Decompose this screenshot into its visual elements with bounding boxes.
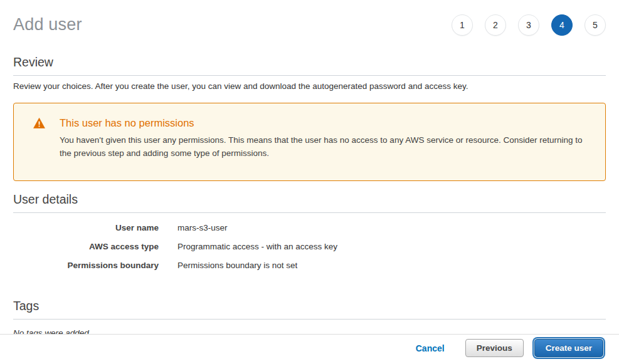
warning-body: You haven't given this user any permissi… bbox=[60, 133, 586, 160]
table-row: User name mars-s3-user bbox=[13, 218, 606, 237]
user-details-rows: User name mars-s3-user AWS access type P… bbox=[13, 218, 606, 274]
review-description: Review your choices. After you create th… bbox=[13, 81, 606, 91]
previous-button[interactable]: Previous bbox=[465, 339, 524, 357]
cancel-link[interactable]: Cancel bbox=[416, 343, 445, 353]
wizard-step-3[interactable]: 3 bbox=[518, 14, 539, 36]
tags-heading: Tags bbox=[13, 299, 606, 320]
user-details-heading: User details bbox=[13, 192, 606, 213]
review-heading: Review bbox=[13, 55, 606, 76]
create-user-button[interactable]: Create user bbox=[534, 339, 603, 357]
user-name-value: mars-s3-user bbox=[177, 223, 228, 232]
warning-content: This user has no permissions You haven't… bbox=[60, 117, 586, 160]
page-title: Add user bbox=[13, 15, 82, 34]
user-details-section: User details User name mars-s3-user AWS … bbox=[13, 192, 606, 274]
wizard-header: Add user 1 2 3 4 5 bbox=[13, 0, 606, 39]
wizard-step-indicator: 1 2 3 4 5 bbox=[452, 14, 606, 36]
access-type-label: AWS access type bbox=[13, 242, 159, 251]
permissions-boundary-value: Permissions boundary is not set bbox=[177, 261, 297, 270]
wizard-step-2[interactable]: 2 bbox=[485, 14, 506, 36]
warning-triangle-icon bbox=[33, 118, 45, 131]
add-user-wizard-page: Add user 1 2 3 4 5 Review Review your ch… bbox=[0, 0, 619, 338]
permissions-boundary-label: Permissions boundary bbox=[13, 261, 159, 270]
review-section: Review Review your choices. After you cr… bbox=[13, 55, 606, 91]
table-row: Permissions boundary Permissions boundar… bbox=[13, 256, 606, 274]
wizard-step-5[interactable]: 5 bbox=[585, 14, 606, 36]
wizard-step-4-active[interactable]: 4 bbox=[551, 14, 573, 36]
access-type-value: Programmatic access - with an access key bbox=[177, 242, 337, 251]
wizard-footer: Cancel Previous Create user bbox=[0, 334, 619, 364]
tags-section: Tags No tags were added. bbox=[13, 299, 606, 338]
warning-title: This user has no permissions bbox=[60, 117, 586, 129]
wizard-step-1[interactable]: 1 bbox=[452, 14, 473, 36]
table-row: AWS access type Programmatic access - wi… bbox=[13, 237, 606, 256]
user-name-label: User name bbox=[13, 223, 159, 232]
no-permissions-warning: This user has no permissions You haven't… bbox=[13, 103, 606, 181]
